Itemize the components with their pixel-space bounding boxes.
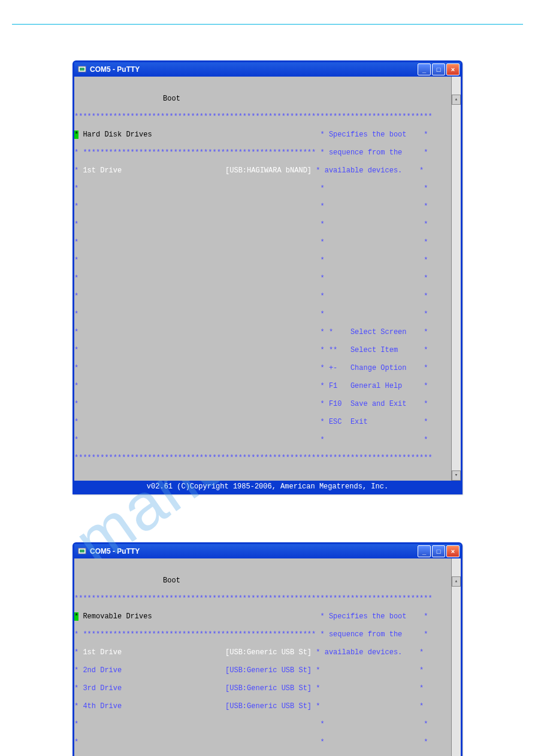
minimize-button[interactable]: _ bbox=[418, 545, 431, 557]
drive-row[interactable]: 3rd Drive [USB:Generic USB St] bbox=[83, 684, 312, 693]
scroll-up-icon[interactable]: ▴ bbox=[452, 576, 461, 587]
drive-row[interactable]: 2nd Drive [USB:Generic USB St] bbox=[83, 666, 312, 675]
help-line: available devices. bbox=[325, 648, 403, 657]
scrollbar[interactable]: ▴ ▾ bbox=[451, 77, 461, 481]
section-heading: Removable Drives bbox=[83, 612, 152, 621]
legend-item: Change Option bbox=[350, 364, 407, 372]
help-line: sequence from the bbox=[329, 148, 402, 157]
legend-item: Exit bbox=[350, 418, 368, 426]
maximize-button[interactable]: □ bbox=[432, 545, 445, 557]
drive-row-selected[interactable]: 1st Drive [USB:HAGIWARA bNAND] bbox=[83, 166, 312, 175]
scrollbar[interactable]: ▴ ▾ bbox=[451, 558, 461, 756]
svg-rect-1 bbox=[80, 68, 84, 71]
help-line: Specifies the boot bbox=[329, 130, 407, 139]
titlebar[interactable]: COM5 - PuTTY _ □ × bbox=[74, 62, 461, 77]
help-line: Specifies the boot bbox=[329, 612, 407, 621]
scroll-up-icon[interactable]: ▴ bbox=[452, 95, 461, 105]
bios-footer: v02.61 (C)Copyright 1985-2006, American … bbox=[74, 481, 461, 493]
putty-window-2: COM5 - PuTTY _ □ × ▴ ▾ Boot ************… bbox=[72, 542, 463, 756]
titlebar[interactable]: COM5 - PuTTY _ □ × bbox=[74, 544, 461, 558]
bios-tab-boot: Boot bbox=[161, 576, 183, 585]
putty-icon bbox=[78, 65, 86, 74]
putty-icon bbox=[78, 547, 86, 555]
minimize-button[interactable]: _ bbox=[418, 63, 431, 75]
help-line: sequence from the bbox=[329, 630, 402, 639]
scroll-down-icon[interactable]: ▾ bbox=[452, 470, 461, 481]
legend-item: Save and Exit bbox=[350, 400, 407, 408]
legend-item: General Help bbox=[350, 382, 402, 390]
page-top-rule bbox=[12, 24, 523, 25]
terminal-area[interactable]: ▴ ▾ Boot *******************************… bbox=[74, 77, 461, 481]
terminal-area[interactable]: ▴ ▾ Boot *******************************… bbox=[74, 558, 461, 756]
window-title: COM5 - PuTTY bbox=[90, 65, 140, 74]
drive-row[interactable]: 4th Drive [USB:Generic USB St] bbox=[83, 702, 312, 711]
legend-item: Select Item bbox=[350, 346, 398, 354]
bios-tab-boot: Boot bbox=[161, 95, 183, 103]
help-line: available devices. bbox=[325, 166, 403, 175]
drive-row-selected[interactable]: 1st Drive [USB:Generic USB St] bbox=[83, 648, 312, 657]
legend-item: Select Screen bbox=[350, 328, 407, 336]
close-button[interactable]: × bbox=[446, 545, 460, 557]
section-heading: Hard Disk Drives bbox=[83, 130, 152, 139]
maximize-button[interactable]: □ bbox=[432, 63, 445, 75]
svg-rect-3 bbox=[80, 549, 84, 552]
window-title: COM5 - PuTTY bbox=[90, 547, 140, 555]
close-button[interactable]: × bbox=[446, 63, 460, 75]
putty-window-1: COM5 - PuTTY _ □ × ▴ ▾ Boot ************… bbox=[72, 60, 463, 494]
